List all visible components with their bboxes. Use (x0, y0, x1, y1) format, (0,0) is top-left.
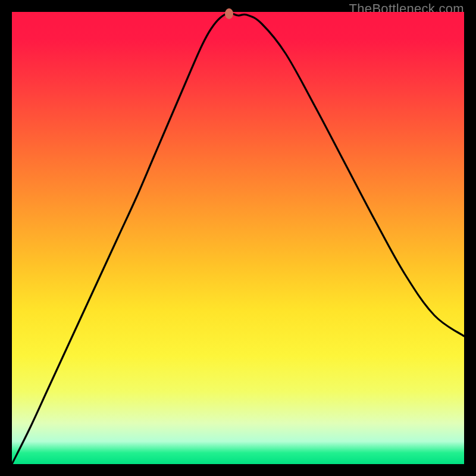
curve-path (12, 13, 464, 464)
optimum-marker (225, 8, 233, 19)
curve-svg (12, 12, 464, 464)
plot-area (12, 12, 464, 464)
chart-frame: TheBottleneck.com (0, 0, 476, 476)
